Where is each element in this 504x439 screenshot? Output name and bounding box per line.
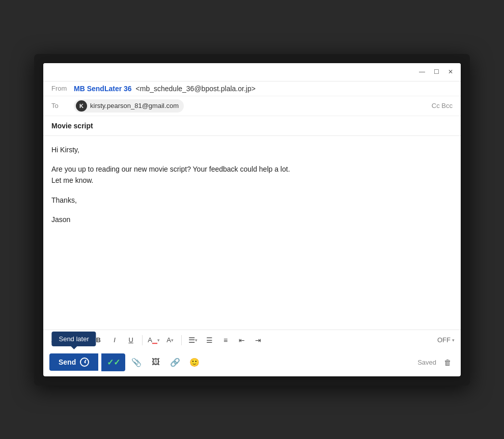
subject-row: Movie script [43, 116, 461, 136]
send-clock-icon [80, 358, 89, 367]
body-signature: Jason [51, 214, 453, 225]
formatting-toolbar: Arial 10 ▾ B I U A ▁ ▾ A ▾ ☰ ▾ [43, 330, 461, 350]
indent-less-button[interactable]: ⇤ [235, 333, 249, 347]
minimize-button[interactable]: — [418, 68, 426, 76]
image-button[interactable]: 🖼 [148, 354, 164, 370]
compose-window: — ☐ ✕ From MB SendLater 36 <mb_schedule_… [43, 63, 461, 376]
highlight-button[interactable]: A ▾ [163, 333, 177, 347]
align-button[interactable]: ☰ ▾ [186, 333, 200, 347]
off-dropdown-arrow: ▾ [452, 338, 455, 343]
send-button[interactable]: Send [49, 353, 98, 371]
align-dropdown-arrow: ▾ [195, 338, 198, 343]
italic-button[interactable]: I [107, 333, 122, 347]
emoji-button[interactable]: 🙂 [186, 354, 203, 370]
body-greeting: Hi Kirsty, [51, 144, 453, 155]
off-toggle[interactable]: OFF ▾ [437, 336, 455, 344]
font-color-button[interactable]: A ▁ ▾ [147, 333, 161, 347]
send-later-tooltip: Send later [51, 332, 96, 346]
title-bar-controls: — ☐ ✕ [418, 68, 455, 76]
image-icon: 🖼 [152, 358, 160, 367]
indent-more-button[interactable]: ⇥ [251, 333, 265, 347]
to-chip[interactable]: K kirsty.pearson_81@gmail.com [74, 99, 184, 113]
title-bar: — ☐ ✕ [43, 63, 461, 81]
from-row: From MB SendLater 36 <mb_schedule_36@bpo… [43, 81, 461, 96]
avatar: K [76, 100, 87, 112]
subject-text: Movie script [51, 122, 93, 130]
send-label: Send [59, 358, 76, 366]
emoji-icon: 🙂 [189, 358, 200, 367]
toolbar-separator-3 [181, 335, 182, 345]
delete-button[interactable]: 🗑 [440, 355, 455, 369]
body-paragraph1: Are you up to reading our new movie scri… [51, 163, 453, 186]
from-label: From [51, 85, 70, 92]
saved-text: Saved [417, 359, 436, 366]
to-email: kirsty.pearson_81@gmail.com [90, 102, 179, 109]
check-button[interactable]: ✓✓ [101, 353, 125, 371]
cc-bcc-button[interactable]: Cc Bcc [432, 102, 453, 109]
check-mark-icon: ✓✓ [107, 358, 120, 367]
body-closing: Thanks, [51, 195, 453, 206]
link-button[interactable]: 🔗 [167, 354, 183, 370]
trash-icon: 🗑 [444, 358, 452, 367]
attach-icon: 📎 [131, 358, 142, 367]
to-label: To [51, 102, 70, 109]
close-button[interactable]: ✕ [446, 68, 455, 76]
bullet-list-button[interactable]: ≡ [218, 333, 233, 347]
from-email: <mb_schedule_36@bpost.plala.or.jp> [136, 85, 256, 93]
highlight-dropdown-arrow: ▾ [171, 338, 174, 343]
link-icon: 🔗 [170, 358, 180, 367]
to-row: To K kirsty.pearson_81@gmail.com Cc Bcc [43, 96, 461, 116]
bottom-toolbar: Send later Send ✓✓ 📎 🖼 🔗 🙂 [43, 350, 461, 376]
send-button-wrapper: Send later Send [49, 353, 98, 371]
from-name: MB SendLater 36 [74, 85, 132, 93]
underline-button[interactable]: U [124, 333, 138, 347]
toolbar-separator-2 [142, 335, 143, 345]
font-color-dropdown-arrow: ▾ [157, 338, 160, 343]
ordered-list-button[interactable]: ☰ [202, 333, 216, 347]
attach-button[interactable]: 📎 [128, 354, 145, 370]
maximize-button[interactable]: ☐ [432, 68, 440, 76]
saved-status: Saved 🗑 [417, 355, 455, 369]
body-area[interactable]: Hi Kirsty, Are you up to reading our new… [43, 136, 461, 330]
